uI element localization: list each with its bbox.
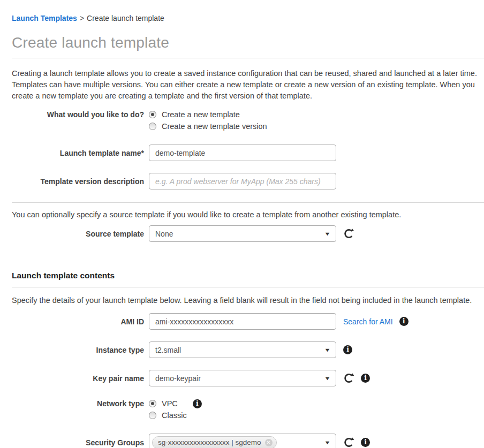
create-launch-template-page: Launch Templates>Create launch template …: [0, 0, 484, 448]
title-divider: [12, 58, 484, 58]
info-icon[interactable]: i: [343, 345, 352, 354]
radio-button-icon[interactable]: [149, 412, 156, 419]
radio-label[interactable]: Create a new template: [162, 110, 240, 119]
action-choice-row: What would you like to do? Create a new …: [12, 109, 482, 132]
contents-divider: [12, 287, 484, 287]
instance-type-label: Instance type: [12, 345, 149, 355]
refresh-icon[interactable]: [343, 373, 354, 384]
caret-down-icon: ▼: [324, 347, 330, 353]
refresh-icon[interactable]: [343, 437, 354, 448]
instance-type-select[interactable]: t2.small ▼: [149, 341, 336, 358]
caret-down-icon: ▼: [324, 376, 330, 381]
radio-label[interactable]: Create a new template version: [162, 122, 267, 131]
breadcrumb-link-launch-templates[interactable]: Launch Templates: [12, 14, 77, 22]
network-type-radio-group: VPC i Classic: [149, 398, 202, 421]
security-group-tag-text: sg-xxxxxxxxxxxxxxxxx | sgdemo: [158, 438, 261, 446]
section-divider: [12, 202, 484, 203]
key-pair-label: Key pair name: [12, 374, 149, 383]
ami-id-row: AMI ID Search for AMI i: [12, 313, 482, 330]
instance-type-row: Instance type t2.small ▼ i: [12, 341, 482, 358]
radio-create-new-template-version[interactable]: Create a new template version: [149, 121, 267, 132]
security-groups-select[interactable]: sg-xxxxxxxxxxxxxxxxx | sgdemo ✕ ▼: [149, 434, 336, 448]
template-name-row: Launch template name*: [12, 145, 482, 161]
search-for-ami-link[interactable]: Search for AMI: [343, 317, 393, 326]
network-type-row: Network type VPC i Classic: [12, 398, 482, 421]
security-groups-label: Security Groups: [12, 438, 149, 447]
intro-text: Creating a launch template allows you to…: [12, 68, 482, 102]
radio-label[interactable]: Classic: [162, 411, 187, 420]
source-template-label: Source template: [12, 229, 149, 239]
template-name-label: Launch template name*: [12, 148, 149, 158]
info-icon[interactable]: i: [361, 438, 370, 447]
breadcrumb-current: Create launch template: [87, 14, 164, 22]
security-group-tag: sg-xxxxxxxxxxxxxxxxx | sgdemo ✕: [152, 436, 277, 448]
version-description-row: Template version description: [12, 173, 482, 189]
security-groups-row: Security Groups sg-xxxxxxxxxxxxxxxxx | s…: [12, 434, 482, 448]
source-template-select[interactable]: None ▼: [149, 225, 336, 242]
caret-down-icon: ▼: [324, 231, 330, 237]
ami-id-label: AMI ID: [12, 317, 149, 326]
version-description-label: Template version description: [12, 177, 149, 186]
info-icon[interactable]: i: [361, 374, 370, 383]
source-template-row: Source template None ▼: [12, 225, 482, 242]
breadcrumb-separator: >: [80, 14, 84, 22]
info-icon[interactable]: i: [193, 399, 202, 408]
info-icon[interactable]: i: [399, 317, 409, 326]
key-pair-select[interactable]: demo-keypair ▼: [149, 370, 336, 386]
radio-create-new-template[interactable]: Create a new template: [149, 109, 267, 120]
version-description-input[interactable]: [149, 173, 336, 189]
action-choice-radio-group: Create a new template Create a new templ…: [149, 109, 267, 132]
key-pair-selected-value: demo-keypair: [155, 374, 201, 383]
contents-heading: Launch template contents: [12, 271, 482, 280]
contents-note: Specify the details of your launch templ…: [12, 296, 482, 305]
radio-label[interactable]: VPC: [162, 399, 178, 408]
key-pair-row: Key pair name demo-keypair ▼ i: [12, 370, 482, 386]
page-title: Create launch template: [12, 34, 482, 51]
close-icon[interactable]: ✕: [265, 439, 273, 446]
network-type-label: Network type: [12, 398, 149, 408]
refresh-icon[interactable]: [343, 228, 354, 239]
radio-classic[interactable]: Classic: [149, 410, 202, 421]
breadcrumb: Launch Templates>Create launch template: [12, 14, 482, 22]
source-template-note: You can optionally specify a source temp…: [12, 210, 482, 219]
radio-vpc[interactable]: VPC i: [149, 398, 202, 409]
radio-button-icon[interactable]: [149, 111, 156, 118]
template-name-input[interactable]: [149, 145, 336, 161]
action-choice-label: What would you like to do?: [12, 109, 149, 119]
source-template-selected-value: None: [155, 230, 173, 238]
ami-id-input[interactable]: [149, 313, 336, 330]
caret-down-icon: ▼: [324, 440, 330, 445]
radio-button-icon[interactable]: [149, 123, 156, 130]
instance-type-selected-value: t2.small: [155, 346, 181, 354]
radio-button-icon[interactable]: [149, 400, 156, 407]
